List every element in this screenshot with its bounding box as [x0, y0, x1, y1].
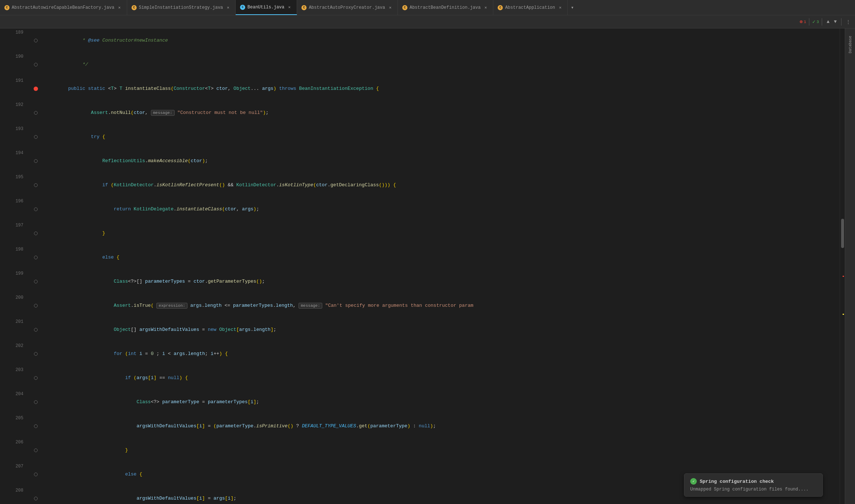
- settings-button[interactable]: ⋮: [844, 18, 852, 26]
- line-num-204: 204: [0, 390, 29, 414]
- line-200: 200 Assert.isTrue( expression: args.leng…: [0, 294, 845, 318]
- tab-close-5[interactable]: ✕: [483, 5, 489, 11]
- line-num-201: 201: [0, 318, 29, 342]
- line-content-206: }: [42, 438, 845, 462]
- breakpoint-191[interactable]: [34, 87, 38, 91]
- editor-container: 189 * @see Constructor#newInstance 190 *…: [0, 28, 855, 504]
- notification-header: ✓ Spring configuration check: [690, 478, 817, 485]
- notification-body: Unmapped Spring configuration files foun…: [690, 487, 817, 492]
- gutter-190: [29, 53, 42, 77]
- error-icon: ⊗: [799, 19, 802, 25]
- line-content-196: return KotlinDelegate.instantiateClass(c…: [42, 197, 845, 221]
- tab-overflow-button[interactable]: ▾: [568, 4, 577, 11]
- error-mark-1: [843, 276, 844, 277]
- warning-mark-1: [843, 314, 844, 315]
- nav-up-button[interactable]: ▲: [825, 18, 831, 25]
- line-201: 201 Object[] argsWithDefaultValues = new…: [0, 318, 845, 342]
- tab-bean-utils[interactable]: C BeanUtils.java ✕: [236, 0, 297, 15]
- gutter-icon-193: [34, 135, 38, 139]
- spring-notification[interactable]: ✓ Spring configuration check Unmapped Sp…: [684, 473, 823, 497]
- gutter-icon-189: [34, 39, 38, 42]
- line-198: 198 else {: [0, 245, 845, 270]
- tab-close-2[interactable]: ✕: [225, 5, 231, 11]
- line-num-198: 198: [0, 245, 29, 270]
- line-content-198: else {: [42, 245, 845, 270]
- tab-close-3[interactable]: ✕: [286, 4, 292, 10]
- line-num-189: 189: [0, 28, 29, 53]
- line-num-202: 202: [0, 342, 29, 366]
- gutter-197: [29, 221, 42, 245]
- notification-title: Spring configuration check: [700, 479, 774, 484]
- gutter-205: [29, 414, 42, 438]
- line-202: 202 for (int i = 0 ; i < args.length; i+…: [0, 342, 845, 366]
- line-num-197: 197: [0, 221, 29, 245]
- gutter-icon-192: [34, 111, 38, 115]
- line-num-196: 196: [0, 197, 29, 221]
- gutter-195: [29, 173, 42, 197]
- line-190: 190 */: [0, 53, 845, 77]
- warning-icon: ✓: [812, 19, 815, 25]
- line-205: 205 argsWithDefaultValues[i] = (paramete…: [0, 414, 845, 438]
- line-content-190: */: [42, 53, 845, 77]
- line-content-195: if (KotlinDetector.isKotlinReflectPresen…: [42, 173, 845, 197]
- gutter-icon-196: [34, 207, 38, 211]
- gutter-194: [29, 149, 42, 173]
- line-193: 193 try {: [0, 125, 845, 149]
- tab-icon-1: C: [4, 5, 10, 10]
- line-199: 199 Class<?>[] parameterTypes = ctor.get…: [0, 270, 845, 294]
- gutter-206: [29, 438, 42, 462]
- gutter-icon-201: [34, 328, 38, 332]
- gutter-icon-207: [34, 473, 38, 476]
- line-192: 192 Assert.notNull(ctor, message: "Const…: [0, 101, 845, 125]
- warning-badge: ✓ 3: [812, 19, 819, 25]
- gutter-199: [29, 270, 42, 294]
- gutter-icon-202: [34, 352, 38, 356]
- tab-abstract-bean-def[interactable]: C AbstractBeanDefinition.java ✕: [398, 0, 493, 15]
- line-content-197: }: [42, 221, 845, 245]
- scrollbar-track[interactable]: [840, 28, 845, 504]
- error-badge: ⊗ 1: [799, 19, 806, 25]
- tab-close-6[interactable]: ✕: [557, 5, 563, 11]
- tab-abstract-application[interactable]: C AbstractApplication ✕: [493, 0, 568, 15]
- tab-simple-instantiation[interactable]: C SimpleInstantiationStrategy.java ✕: [127, 0, 236, 15]
- error-count: 1: [804, 20, 806, 24]
- database-panel-button[interactable]: Database: [846, 30, 855, 59]
- line-num-203: 203: [0, 366, 29, 390]
- tab-close-1[interactable]: ✕: [117, 5, 122, 11]
- tab-icon-6: C: [498, 5, 503, 10]
- line-content-200: Assert.isTrue( expression: args.length <…: [42, 294, 845, 318]
- gutter-icon-200: [34, 304, 38, 308]
- tab-label-2: SimpleInstantiationStrategy.java: [139, 5, 223, 10]
- scrollbar-thumb[interactable]: [841, 219, 844, 248]
- gutter-204: [29, 390, 42, 414]
- line-num-192: 192: [0, 101, 29, 125]
- line-content-189: * @see Constructor#newInstance: [42, 28, 845, 53]
- gutter-196: [29, 197, 42, 221]
- gutter-icon-203: [34, 376, 38, 380]
- line-content-194: ReflectionUtils.makeAccessible(ctor);: [42, 149, 845, 173]
- gutter-208: [29, 486, 42, 504]
- gutter-icon-204: [34, 400, 38, 404]
- gutter-201: [29, 318, 42, 342]
- toolbar: ⊗ 1 ✓ 3 ▲ ▼ ⋮: [0, 15, 855, 28]
- nav-down-button[interactable]: ▼: [832, 18, 838, 25]
- line-content-203: if (args[i] == null) {: [42, 366, 845, 390]
- tab-abstract-autowire[interactable]: C AbstractAutowireCapableBeanFactory.jav…: [0, 0, 127, 15]
- line-196: 196 return KotlinDelegate.instantiateCla…: [0, 197, 845, 221]
- line-content-191: public static <T> T instantiateClass(Con…: [42, 77, 845, 101]
- toolbar-separator: [809, 18, 809, 26]
- line-191: 191 public static <T> T instantiateClass…: [0, 77, 845, 101]
- tab-close-4[interactable]: ✕: [387, 5, 393, 11]
- tab-label-1: AbstractAutowireCapableBeanFactory.java: [12, 5, 114, 10]
- warning-count: 3: [817, 20, 819, 24]
- tab-abstract-auto-proxy[interactable]: C AbstractAutoProxyCreator.java ✕: [297, 0, 398, 15]
- tab-icon-3: C: [240, 5, 245, 10]
- line-num-205: 205: [0, 414, 29, 438]
- gutter-200: [29, 294, 42, 318]
- gutter-icon-205: [34, 424, 38, 428]
- gutter-icon-198: [34, 256, 38, 259]
- tab-icon-4: C: [301, 5, 307, 10]
- line-194: 194 ReflectionUtils.makeAccessible(ctor)…: [0, 149, 845, 173]
- tab-bar: C AbstractAutowireCapableBeanFactory.jav…: [0, 0, 855, 15]
- code-editor[interactable]: 189 * @see Constructor#newInstance 190 *…: [0, 28, 845, 504]
